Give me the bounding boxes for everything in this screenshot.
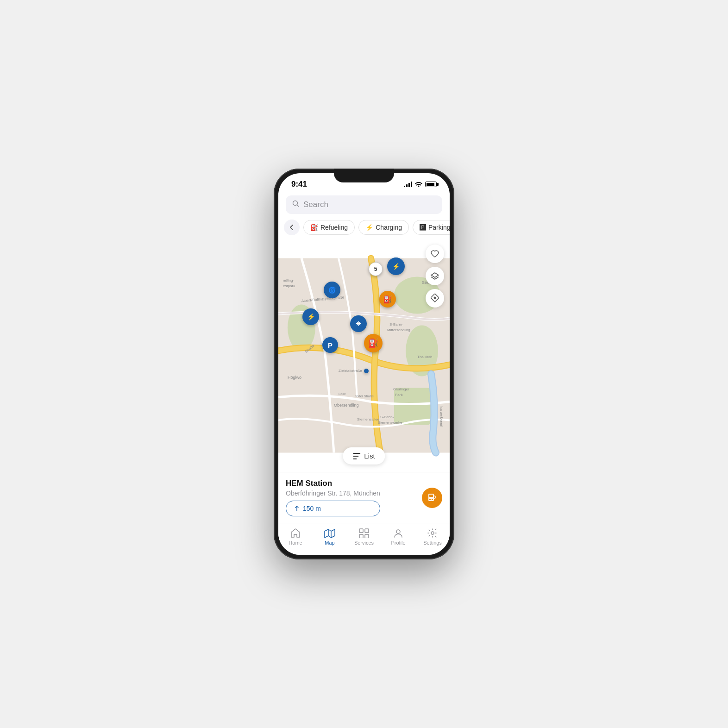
svg-text:Bosc: Bosc (339, 392, 346, 395)
nav-label-services: Services (354, 540, 374, 546)
nav-label-profile: Profile (391, 540, 405, 546)
svg-text:Obersendling: Obersendling (334, 403, 359, 408)
marker-service-1[interactable]: 🌀 (324, 282, 340, 298)
svg-text:Siemensallee: Siemensallee (357, 417, 380, 421)
svg-point-40 (396, 530, 400, 533)
signal-bars-icon (404, 182, 412, 187)
status-time: 9:41 (291, 180, 307, 189)
wifi-icon (415, 181, 422, 188)
svg-text:Höglwö: Höglwö (288, 375, 301, 380)
marker-service-2[interactable]: ✳ (350, 315, 367, 332)
svg-rect-37 (365, 529, 369, 533)
station-address: Oberföhringer Str. 178, München (286, 490, 380, 497)
svg-text:Park: Park (395, 393, 403, 397)
battery-icon (425, 182, 437, 187)
marker-charge-2[interactable]: ⚡ (302, 308, 319, 325)
nav-item-services[interactable]: Services (347, 528, 381, 546)
svg-text:Thalkirch: Thalkirch (417, 355, 432, 359)
svg-text:S-Bahn-: S-Bahn- (389, 322, 403, 326)
marker-fuel-2[interactable]: ⛽ (364, 334, 383, 352)
refueling-icon: ⛽ (310, 224, 318, 231)
svg-text:Zielstattstraße: Zielstattstraße (339, 369, 362, 373)
station-card[interactable]: HEM Station Oberföhringer Str. 178, Münc… (278, 472, 450, 523)
map-icon (324, 528, 335, 538)
map-background: Albert-Roßhaupter-Straße Sendling ndling… (278, 239, 450, 472)
svg-rect-33 (429, 495, 433, 497)
svg-text:Siemenswerke: Siemenswerke (378, 420, 402, 425)
phone-screen: 9:41 (278, 173, 450, 555)
distance-button[interactable]: 150 m (286, 501, 380, 516)
search-bar[interactable]: Search (286, 195, 442, 214)
filter-chip-charging[interactable]: ⚡ Charging (358, 220, 409, 235)
nav-item-profile[interactable]: Profile (381, 528, 415, 546)
layers-button[interactable] (426, 267, 444, 285)
station-name: HEM Station (286, 479, 380, 488)
nav-label-settings: Settings (423, 540, 442, 546)
signal-bar-4 (411, 182, 412, 187)
services-icon (358, 528, 370, 538)
nav-label-home: Home (289, 540, 302, 546)
phone-frame: 9:41 (274, 169, 454, 559)
profile-icon (393, 528, 404, 538)
svg-text:ndling-: ndling- (283, 278, 294, 282)
svg-point-28 (434, 297, 436, 299)
filter-chip-charging-label: Charging (376, 224, 402, 231)
signal-bar-1 (404, 186, 405, 187)
marker-cluster-5[interactable]: 5 (369, 262, 383, 276)
search-placeholder: Search (303, 200, 328, 209)
svg-point-41 (431, 532, 434, 534)
marker-fuel-1[interactable]: ⛽ (379, 291, 396, 308)
nav-item-map[interactable]: Map (313, 528, 347, 546)
nav-item-settings[interactable]: Settings (415, 528, 450, 546)
svg-rect-39 (365, 534, 369, 538)
nav-label-map: Map (325, 540, 334, 546)
favorite-button[interactable] (426, 245, 444, 263)
svg-text:rieder Straße: rieder Straße (355, 395, 374, 398)
parking-icon: 🅿 (420, 224, 426, 231)
marker-charge-1[interactable]: ⚡ (387, 257, 405, 275)
bottom-nav: Home Map Services (278, 523, 450, 555)
distance-value: 150 m (303, 505, 321, 512)
filter-chip-refueling[interactable]: ⛽ Refueling (303, 220, 355, 235)
svg-text:Mittersendling: Mittersendling (387, 328, 410, 332)
svg-rect-30 (353, 456, 358, 457)
charging-icon: ⚡ (365, 224, 373, 231)
svg-rect-31 (353, 458, 357, 459)
marker-current-location (364, 369, 369, 373)
filter-chip-parking-label: Parking (428, 224, 450, 231)
svg-text:Gierlinger: Gierlinger (393, 387, 409, 391)
svg-rect-34 (429, 499, 431, 500)
svg-rect-36 (359, 529, 363, 533)
search-area: Search (278, 193, 450, 218)
signal-bar-2 (406, 184, 408, 187)
filter-chip-parking[interactable]: 🅿 Parking (413, 220, 450, 235)
filter-chip-refueling-label: Refueling (320, 224, 348, 231)
settings-icon (427, 528, 438, 538)
battery-fill (427, 183, 434, 186)
filter-row: ⛽ Refueling ⚡ Charging 🅿 Parking (278, 218, 450, 239)
marker-parking-1[interactable]: P (322, 337, 338, 353)
map-container[interactable]: Albert-Roßhaupter-Straße Sendling ndling… (278, 239, 450, 472)
svg-rect-35 (432, 499, 433, 500)
station-type-badge (422, 488, 442, 508)
station-info: HEM Station Oberföhringer Str. 178, Münc… (286, 479, 380, 516)
search-icon (292, 200, 300, 209)
svg-text:estpark: estpark (283, 284, 295, 288)
svg-text:S-Bahn-: S-Bahn- (380, 415, 394, 419)
list-button-label: List (364, 452, 375, 460)
nav-item-home[interactable]: Home (278, 528, 313, 546)
signal-bar-3 (408, 183, 410, 187)
status-icons (404, 181, 437, 188)
home-icon (290, 528, 301, 538)
notch (334, 169, 394, 182)
svg-text:Isarwerkkanal: Isarwerkkanal (440, 407, 443, 427)
svg-rect-38 (359, 534, 363, 538)
back-button[interactable] (284, 220, 300, 235)
location-button[interactable] (426, 289, 444, 308)
list-view-button[interactable]: List (343, 447, 385, 464)
map-controls (426, 245, 444, 308)
svg-rect-29 (353, 453, 360, 454)
phone-wrapper: 9:41 (274, 169, 454, 559)
